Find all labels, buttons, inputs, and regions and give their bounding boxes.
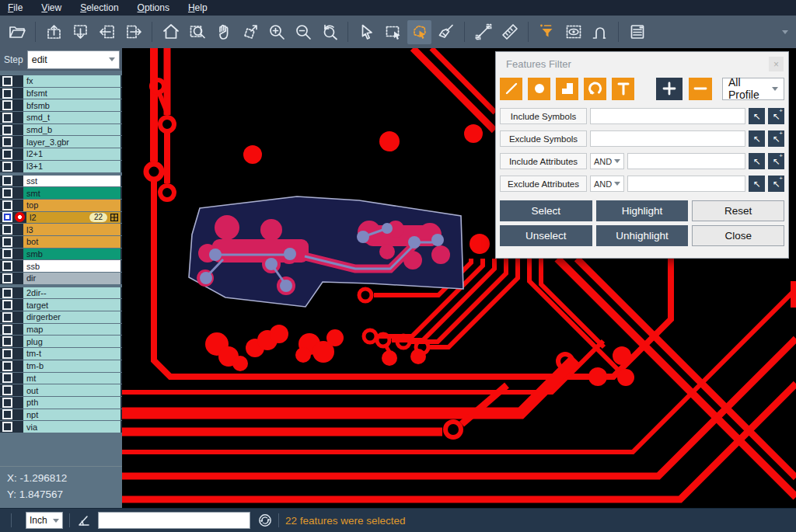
menu-selection[interactable]: Selection — [80, 2, 118, 13]
zoom-object-button[interactable] — [238, 20, 262, 44]
pick-symbols-button[interactable]: ↖ — [749, 108, 765, 124]
pan-down-button[interactable] — [68, 20, 93, 44]
layer-visibility-checkbox[interactable] — [2, 100, 12, 110]
menu-file[interactable]: File — [8, 2, 23, 13]
layer-name-smt[interactable]: smt — [23, 187, 120, 199]
layer-name-tm-t[interactable]: tm-t — [23, 348, 120, 360]
layer-name-l3[interactable]: l3 — [23, 224, 120, 235]
layer-name-bot[interactable]: bot — [23, 236, 120, 248]
layer-visibility-checkbox[interactable] — [2, 273, 12, 283]
zoom-in-button[interactable] — [264, 20, 288, 44]
layer-name-pth[interactable]: pth — [23, 397, 120, 409]
pan-left-button[interactable] — [95, 20, 119, 44]
layer-visibility-checkbox[interactable] — [2, 398, 12, 408]
select-rectangle-button[interactable] — [381, 20, 405, 44]
close-button[interactable]: Close — [692, 225, 784, 246]
filter-surfaces-button[interactable] — [556, 78, 578, 100]
exclude-symbols-button[interactable]: Exclude Symbols — [500, 130, 587, 147]
layer-visibility-checkbox[interactable] — [2, 76, 12, 86]
exclude-attributes-operator-select[interactable]: AND — [590, 176, 624, 192]
layer-name-via[interactable]: via — [23, 421, 120, 433]
pick-exclude-symbols-button[interactable]: ↖ — [749, 130, 765, 147]
net-query-button[interactable] — [588, 20, 612, 44]
layer-visibility-checkbox[interactable] — [2, 300, 12, 310]
layer-name-l2[interactable]: l222 — [26, 212, 120, 224]
exclude-symbols-input[interactable] — [590, 130, 745, 147]
layer-name-map[interactable]: map — [23, 324, 120, 336]
snap-angle-icon[interactable] — [76, 513, 92, 528]
menu-view[interactable]: View — [41, 2, 61, 13]
pick-attributes-add-button[interactable]: ↖+ — [768, 153, 784, 169]
layer-visibility-checkbox[interactable] — [2, 249, 12, 259]
layer-name-bfsmt[interactable]: bfsmt — [23, 88, 120, 99]
measure-ruler-button[interactable] — [498, 20, 522, 44]
toolbar-overflow-chevron-icon[interactable] — [782, 30, 788, 34]
statusbar-command-input[interactable] — [98, 512, 250, 529]
profile-select[interactable]: All Profile — [722, 78, 784, 100]
layer-visibility-checkbox[interactable] — [2, 113, 12, 123]
zoom-previous-button[interactable] — [317, 20, 341, 44]
layer-name-smb[interactable]: smb — [23, 249, 120, 260]
refresh-icon[interactable] — [258, 513, 272, 527]
highlight-button[interactable]: Highlight — [596, 200, 689, 221]
step-select[interactable]: edit — [27, 50, 120, 69]
menu-options[interactable]: Options — [138, 2, 169, 13]
layer-visibility-checkbox[interactable] — [2, 176, 12, 186]
layer-visibility-checkbox[interactable] — [2, 224, 12, 235]
include-symbols-input[interactable] — [590, 108, 745, 124]
layer-visibility-checkbox[interactable] — [2, 200, 12, 210]
filter-arcs-button[interactable] — [584, 78, 606, 100]
layer-name-fx[interactable]: fx — [23, 75, 120, 87]
select-polygon-button[interactable] — [407, 20, 431, 44]
layer-name-dirgerber[interactable]: dirgerber — [23, 311, 120, 323]
layer-name-sst[interactable]: sst — [23, 176, 120, 187]
layer-name-l2plus1[interactable]: l2+1 — [23, 148, 120, 160]
filter-lines-button[interactable] — [500, 78, 522, 100]
measure-points-button[interactable] — [471, 20, 495, 44]
layer-visibility-checkbox[interactable] — [2, 385, 12, 395]
layer-visibility-checkbox[interactable] — [2, 125, 12, 135]
features-filter-button[interactable] — [535, 20, 559, 44]
filter-pads-button[interactable] — [528, 78, 550, 100]
pan-right-button[interactable] — [121, 20, 145, 44]
pick-symbols-add-button[interactable]: ↖+ — [768, 108, 784, 124]
pick-exclude-symbols-add-button[interactable]: ↖+ — [768, 130, 784, 147]
layer-visibility-checkbox[interactable] — [2, 212, 12, 222]
layer-visibility-checkbox[interactable] — [2, 409, 12, 419]
layer-visibility-checkbox[interactable] — [2, 312, 12, 322]
zoom-window-button[interactable] — [185, 20, 209, 44]
zoom-out-button[interactable] — [291, 20, 315, 44]
active-layer-indicator-icon[interactable] — [15, 212, 25, 222]
layer-visibility-checkbox[interactable] — [2, 237, 12, 247]
include-attributes-input[interactable] — [627, 153, 745, 169]
layer-name-smd_t[interactable]: smd_t — [23, 112, 120, 123]
select-button[interactable]: Select — [500, 200, 592, 221]
open-button[interactable] — [5, 20, 29, 44]
layer-visibility-checkbox[interactable] — [2, 137, 12, 147]
layer-name-dir[interactable]: dir — [23, 273, 120, 284]
dialog-close-button[interactable]: × — [769, 57, 784, 71]
exclude-attributes-button[interactable]: Exclude Attributes — [500, 176, 587, 192]
layer-visibility-checkbox[interactable] — [2, 336, 12, 346]
layer-name-layer3gbr[interactable]: layer_3.gbr — [23, 136, 120, 148]
layer-name-mt[interactable]: mt — [23, 373, 120, 384]
view-options-button[interactable] — [561, 20, 585, 44]
layer-visibility-checkbox[interactable] — [2, 188, 12, 198]
layer-visibility-checkbox[interactable] — [2, 288, 12, 298]
unselect-button[interactable]: Unselect — [500, 225, 592, 246]
report-button[interactable] — [625, 20, 649, 44]
layer-name-out[interactable]: out — [23, 384, 120, 396]
layer-name-l3plus1[interactable]: l3+1 — [23, 161, 120, 172]
layer-name-target[interactable]: target — [23, 299, 120, 311]
filter-positive-button[interactable] — [656, 78, 683, 100]
layer-name-bfsmb[interactable]: bfsmb — [23, 99, 120, 111]
layer-visibility-checkbox[interactable] — [2, 162, 12, 172]
select-cursor-button[interactable] — [354, 20, 379, 44]
layer-name-smd_b[interactable]: smd_b — [23, 124, 120, 136]
menu-help[interactable]: Help — [188, 2, 208, 13]
layer-name-tm-b[interactable]: tm-b — [23, 360, 120, 372]
layer-name-npt[interactable]: npt — [23, 409, 120, 421]
layer-name-2dir[interactable]: 2dir-- — [23, 287, 120, 299]
pick-attributes-button[interactable]: ↖ — [749, 153, 765, 169]
include-attributes-operator-select[interactable]: AND — [590, 153, 624, 169]
